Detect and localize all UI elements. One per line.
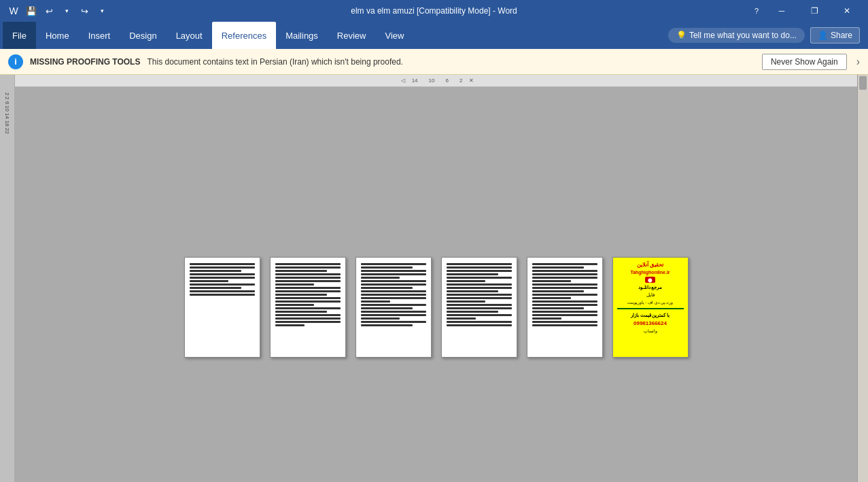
ruler-num-6: 6 (440, 78, 453, 84)
text-line (275, 280, 341, 282)
title-bar: W 💾 ↩ ▾ ↪ ▾ elm va elm amuzi [Compatibil… (0, 0, 868, 22)
redo-button[interactable]: ↪ (76, 3, 92, 19)
tab-mailings[interactable]: Mailings (276, 22, 328, 49)
notification-bar: i MISSING PROOFING TOOLS This document c… (0, 49, 868, 75)
text-line (532, 263, 597, 265)
pages-row: تحقیق آنلاین Tahghighonline.ir ⬤ مرجع دا… (184, 257, 689, 358)
page-2-content (271, 258, 345, 333)
undo-dropdown[interactable]: ▾ (58, 3, 75, 19)
notification-title: MISSING PROOFING TOOLS (30, 57, 140, 67)
never-show-button[interactable]: Never Show Again (762, 54, 847, 70)
tell-me-input[interactable]: 💡 Tell me what you want to do... (668, 28, 805, 43)
tab-view[interactable]: View (375, 22, 413, 49)
text-line (361, 321, 426, 323)
minimize-button[interactable]: ─ (766, 0, 797, 22)
text-line (275, 321, 341, 323)
canvas-area[interactable]: تحقیق آنلاین Tahghighonline.ir ⬤ مرجع دا… (15, 87, 857, 482)
vertical-ruler: 2 2 6 10 14 18 22 (0, 75, 15, 482)
page-5-content (527, 258, 602, 333)
text-line (275, 270, 328, 272)
text-line (190, 287, 242, 289)
undo-button[interactable]: ↩ (41, 3, 57, 19)
page-2 (270, 257, 346, 358)
tab-references[interactable]: References (212, 22, 276, 49)
ad-tagline: با کمترین قیمت بازار (617, 313, 684, 318)
ad-whatsapp: واتساپ (617, 328, 684, 333)
customize-qat[interactable]: ▾ (94, 3, 110, 19)
close-button[interactable]: ✕ (831, 0, 863, 22)
notification-message: This document contains text in Persian (… (147, 57, 754, 67)
page-1-content (185, 258, 260, 303)
tab-layout[interactable]: Layout (167, 22, 212, 49)
save-button[interactable]: 💾 (23, 3, 39, 19)
share-label: Share (831, 31, 852, 40)
tab-insert[interactable]: Insert (79, 22, 120, 49)
text-line (447, 297, 512, 299)
page-1 (184, 257, 260, 358)
page-3-content (356, 258, 431, 333)
ad-subtitle2: ورد،پی دی اف - پاورپوینت (617, 300, 684, 305)
text-line (190, 277, 255, 279)
text-line (532, 300, 597, 303)
vertical-scrollbar[interactable] (857, 75, 868, 482)
ruler-num-10: 10 (423, 78, 440, 84)
tab-home[interactable]: Home (36, 22, 79, 49)
tab-design[interactable]: Design (120, 22, 166, 49)
text-line (275, 324, 305, 326)
text-line (190, 283, 255, 286)
ruler-mark-10: 10 (4, 105, 10, 111)
text-line (275, 297, 341, 299)
text-line (532, 321, 597, 323)
tab-file[interactable]: File (3, 22, 36, 49)
text-line (447, 290, 499, 292)
ad-title: تحقیق آنلاین (617, 262, 684, 268)
text-line (447, 300, 486, 303)
scrollbar-thumb[interactable] (859, 76, 867, 90)
text-line (532, 277, 597, 279)
text-line (361, 277, 400, 279)
text-line (190, 294, 255, 296)
page-5 (527, 257, 603, 358)
text-line (447, 314, 512, 316)
text-line (190, 273, 255, 275)
text-line (361, 266, 413, 269)
text-line (275, 277, 341, 279)
text-line (447, 287, 512, 289)
ruler-icon-left: ◁ (401, 78, 405, 84)
text-line (532, 307, 585, 309)
text-line (275, 273, 341, 275)
share-button[interactable]: 👤 Share (810, 27, 860, 44)
tell-me-label: Tell me what you want to do... (689, 31, 797, 40)
text-line (275, 290, 341, 292)
page-4-content (442, 258, 517, 333)
document-title: elm va elm amuzi [Compatibility Mode] - … (351, 6, 517, 16)
ad-phone: 09981366624 (617, 320, 684, 326)
text-line (361, 273, 426, 275)
text-line (361, 280, 426, 282)
ruler-mark-2a: 2 (4, 92, 10, 95)
restore-button[interactable]: ❐ (799, 0, 830, 22)
ad-subtitle3: فایل (617, 292, 684, 298)
ruler-mark-14: 14 (4, 113, 10, 119)
person-icon: 👤 (818, 31, 828, 40)
text-line (447, 304, 512, 306)
help-button[interactable]: ? (748, 3, 765, 19)
text-line (361, 311, 426, 313)
text-line (190, 266, 255, 269)
text-line (275, 263, 341, 265)
ad-divider (617, 308, 684, 309)
text-line (275, 304, 315, 306)
text-line (532, 304, 597, 306)
tab-review[interactable]: Review (328, 22, 376, 49)
text-line (532, 273, 597, 275)
info-icon: i (8, 54, 23, 69)
text-line (447, 277, 512, 279)
text-line (532, 294, 597, 296)
ruler-mark-22: 22 (4, 128, 10, 134)
notification-close-button[interactable]: › (856, 56, 860, 68)
text-line (361, 297, 426, 299)
word-icon: W (5, 3, 22, 19)
text-line (275, 283, 315, 286)
lightbulb-icon: 💡 (676, 31, 687, 40)
text-line (361, 317, 400, 320)
